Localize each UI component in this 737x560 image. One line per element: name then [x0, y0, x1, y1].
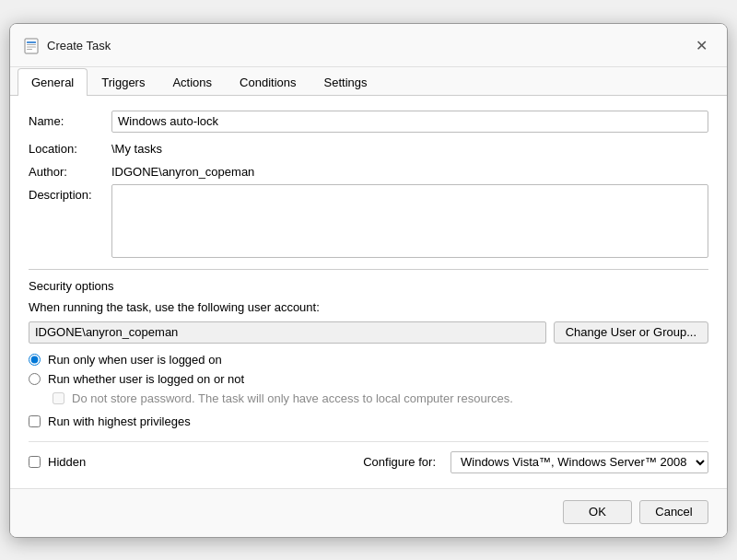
tab-triggers[interactable]: Triggers [88, 68, 158, 96]
dialog-title: Create Task [47, 39, 111, 52]
hidden-label: Hidden [48, 455, 86, 469]
security-options-label: Security options [29, 279, 708, 293]
tab-conditions[interactable]: Conditions [226, 68, 310, 96]
form-grid: Name: Location: \My tasks Author: IDGONE… [29, 111, 708, 258]
dialog-buttons: OK Cancel [10, 488, 727, 537]
create-task-dialog: Create Task ✕ General Triggers Actions C… [9, 23, 728, 538]
radio-logged-on-input[interactable] [29, 354, 41, 366]
tab-bar: General Triggers Actions Conditions Sett… [10, 67, 727, 96]
change-user-button[interactable]: Change User or Group... [554, 321, 708, 344]
name-label: Name: [29, 111, 111, 128]
radio-logged-on-label: Run only when user is logged on [48, 353, 222, 367]
title-bar-left: Create Task [23, 38, 111, 54]
svg-rect-0 [25, 39, 38, 53]
user-account-input[interactable] [29, 321, 546, 344]
name-input[interactable] [111, 111, 708, 133]
svg-rect-4 [27, 49, 32, 50]
no-store-password-checkbox [53, 392, 64, 404]
main-content: Name: Location: \My tasks Author: IDGONE… [10, 96, 727, 488]
svg-rect-2 [27, 44, 36, 45]
location-label: Location: [29, 138, 111, 156]
author-label: Author: [29, 161, 111, 179]
task-icon [23, 38, 40, 54]
sub-option-label: Do not store password. The task will onl… [72, 391, 513, 405]
security-options-section: Security options When running the task, … [29, 279, 708, 428]
tab-settings[interactable]: Settings [310, 68, 381, 96]
radio-whether-logged-input[interactable] [29, 373, 41, 385]
title-bar: Create Task ✕ [10, 24, 727, 67]
radio-whether-logged[interactable]: Run whether user is logged on or not [29, 372, 708, 386]
configure-label: Configure for: [363, 455, 436, 469]
ok-button[interactable]: OK [563, 500, 632, 524]
cancel-button[interactable]: Cancel [639, 500, 708, 524]
author-value: IDGONE\anyron_copeman [111, 161, 708, 179]
highest-privileges-row[interactable]: Run with highest privileges [29, 414, 708, 428]
description-label: Description: [29, 184, 111, 202]
svg-rect-3 [27, 46, 36, 47]
close-button[interactable]: ✕ [688, 33, 714, 59]
svg-rect-1 [27, 41, 36, 43]
section-divider [29, 269, 708, 270]
hidden-checkbox[interactable] [29, 456, 41, 468]
location-value: \My tasks [111, 138, 708, 156]
description-input[interactable] [111, 184, 708, 258]
account-note: When running the task, use the following… [29, 300, 708, 314]
configure-select[interactable]: Windows Vista™, Windows Server™ 2008 Win… [450, 451, 708, 473]
user-account-row: Change User or Group... [29, 321, 708, 344]
radio-whether-logged-label: Run whether user is logged on or not [48, 372, 244, 386]
radio-group: Run only when user is logged on Run whet… [29, 353, 708, 405]
hidden-checkbox-row: Hidden [29, 455, 86, 469]
sub-option-row: Do not store password. The task will onl… [53, 391, 708, 405]
highest-privileges-checkbox[interactable] [29, 415, 41, 427]
tab-general[interactable]: General [18, 68, 88, 96]
highest-privileges-label: Run with highest privileges [48, 414, 191, 428]
bottom-row: Hidden Configure for: Windows Vista™, Wi… [29, 441, 708, 473]
tab-actions[interactable]: Actions [158, 68, 226, 96]
radio-logged-on[interactable]: Run only when user is logged on [29, 353, 708, 367]
